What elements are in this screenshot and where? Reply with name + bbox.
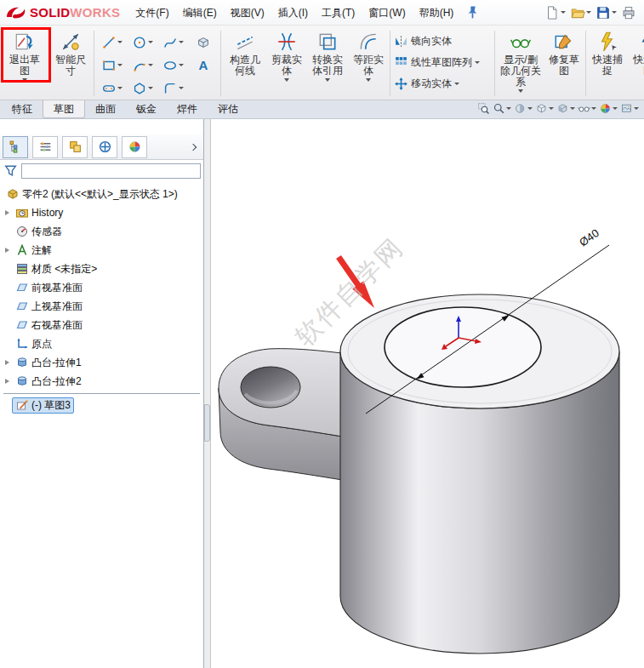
chevron-down-icon[interactable] (454, 83, 459, 85)
quick-snaps-button[interactable]: 快速捕捉 (588, 27, 627, 100)
tree-item-sensors[interactable]: 传感器 (2, 222, 203, 241)
polygon-tool-button[interactable] (127, 77, 157, 100)
chevron-down-icon[interactable] (561, 11, 566, 14)
spline-tool-button[interactable] (157, 31, 188, 54)
display-manager-tab[interactable] (122, 136, 147, 158)
chevron-down-icon[interactable] (527, 107, 533, 110)
fillet-tool-button[interactable] (157, 77, 188, 100)
menu-insert[interactable]: 插入(I) (271, 0, 315, 26)
panel-splitter[interactable] (204, 119, 211, 668)
expand-arrow-icon[interactable] (2, 360, 12, 365)
menu-edit[interactable]: 编辑(E) (176, 0, 224, 26)
construction-geometry-button[interactable]: 构造几何线 (223, 27, 267, 100)
menu-view[interactable]: 视图(V) (224, 0, 271, 26)
pin-menu-icon[interactable] (465, 5, 480, 20)
feature-tree-tab[interactable] (3, 136, 28, 158)
chevron-down-icon[interactable] (586, 11, 591, 14)
tree-item-boss-extrude1[interactable]: 凸台-拉伸1 (2, 353, 203, 372)
chevron-down-icon[interactable] (591, 107, 596, 110)
tab-sketch[interactable]: 草图 (43, 100, 85, 118)
section-view-button[interactable] (514, 102, 533, 115)
text-tool-button[interactable]: A (188, 54, 219, 77)
linear-sketch-pattern-button[interactable]: 线性草图阵列 (392, 55, 493, 70)
chevron-down-icon[interactable] (612, 11, 617, 14)
view-orientation-button[interactable] (535, 102, 554, 115)
save-button[interactable] (595, 4, 618, 21)
model-canvas[interactable]: Ø40 软件自学网 (211, 119, 644, 668)
graphics-area[interactable]: Ø40 软件自学网 (211, 119, 644, 668)
chevron-down-icon[interactable] (179, 87, 184, 89)
chevron-down-icon[interactable] (325, 78, 330, 82)
chevron-down-icon[interactable] (148, 41, 153, 43)
print-button[interactable] (620, 4, 637, 21)
display-delete-relations-button[interactable]: 显示/删除几何关系 (497, 27, 544, 100)
rapid-sketch-button[interactable]: 快速草图 (627, 27, 644, 100)
chevron-down-icon[interactable] (549, 107, 554, 110)
tab-sheetmetal[interactable]: 钣金 (126, 100, 167, 118)
tree-item-sketch3[interactable]: (-) 草图3 (2, 396, 203, 414)
tab-features[interactable]: 特征 (2, 100, 43, 118)
expand-arrow-icon[interactable] (2, 379, 12, 384)
arc-tool-button[interactable] (127, 54, 157, 77)
filter-input[interactable] (21, 163, 201, 179)
ellipse-tool-button[interactable] (157, 54, 188, 77)
tab-surfaces[interactable]: 曲面 (85, 100, 126, 118)
chevron-down-icon[interactable] (613, 107, 618, 110)
tree-item-top-plane[interactable]: 上视基准面 (2, 297, 203, 316)
tree-root[interactable]: 零件2 (默认<<默认>_显示状态 1>) (2, 185, 203, 203)
line-tool-button[interactable] (96, 31, 127, 54)
configuration-manager-tab[interactable] (62, 136, 88, 158)
chevron-down-icon[interactable] (634, 107, 639, 110)
chevron-down-icon[interactable] (117, 41, 123, 43)
circle-tool-button[interactable] (127, 31, 157, 54)
sketch-3d-tool-button[interactable] (188, 31, 219, 54)
move-entities-button[interactable]: 移动实体 (392, 77, 493, 91)
tab-evaluate[interactable]: 评估 (208, 100, 248, 118)
hide-show-items-button[interactable] (578, 102, 596, 115)
chevron-down-icon[interactable] (506, 107, 511, 110)
mirror-entities-button[interactable]: 镜向实体 (392, 34, 493, 49)
chevron-down-icon[interactable] (179, 64, 184, 66)
apply-scene-button[interactable] (620, 102, 639, 115)
zoom-fit-button[interactable] (477, 102, 490, 115)
display-style-button[interactable] (556, 102, 575, 115)
rollback-bar[interactable] (3, 393, 200, 394)
chevron-down-icon[interactable] (148, 87, 153, 89)
chevron-down-icon[interactable] (366, 78, 371, 82)
chevron-down-icon[interactable] (22, 78, 27, 82)
chevron-down-icon[interactable] (284, 78, 289, 82)
tab-weldments[interactable]: 焊件 (167, 100, 208, 118)
convert-entities-button[interactable]: 转换实体引用 (306, 27, 349, 100)
chevron-down-icon[interactable] (518, 89, 523, 93)
tree-item-right-plane[interactable]: 右视基准面 (2, 316, 203, 334)
expand-arrow-icon[interactable] (2, 210, 12, 215)
tree-item-annotations[interactable]: 注解 (2, 241, 203, 260)
tree-item-origin[interactable]: 原点 (2, 334, 203, 353)
sketch-circle[interactable] (385, 307, 541, 387)
edit-appearance-button[interactable] (599, 102, 618, 115)
chevron-down-icon[interactable] (570, 107, 575, 110)
panel-expand-button[interactable] (185, 145, 201, 150)
splitter-handle[interactable] (204, 404, 210, 442)
slot-tool-button[interactable] (96, 77, 127, 100)
offset-entities-button[interactable]: 等距实体 (349, 27, 388, 100)
chevron-down-icon[interactable] (117, 64, 123, 66)
zoom-area-button[interactable] (493, 102, 511, 115)
rectangle-tool-button[interactable] (96, 54, 127, 77)
menu-help[interactable]: 帮助(H) (413, 0, 461, 26)
dimxpert-manager-tab[interactable] (92, 136, 117, 158)
new-document-button[interactable] (544, 4, 567, 21)
repair-sketch-button[interactable]: 修复草图 (544, 27, 584, 100)
tree-item-boss-extrude2[interactable]: 凸台-拉伸2 (2, 372, 203, 391)
exit-sketch-button[interactable]: 退出草图 (0, 27, 49, 100)
open-document-button[interactable] (569, 4, 592, 21)
smart-dimension-button[interactable]: 智能尺寸 (49, 27, 92, 100)
chevron-down-icon[interactable] (148, 64, 153, 66)
tree-item-history[interactable]: History (2, 203, 203, 222)
menu-tools[interactable]: 工具(T) (315, 0, 362, 26)
trim-entities-button[interactable]: 剪裁实体 (267, 27, 306, 100)
property-manager-tab[interactable] (32, 136, 58, 158)
expand-arrow-icon[interactable] (2, 248, 12, 253)
chevron-down-icon[interactable] (117, 87, 123, 89)
menu-window[interactable]: 窗口(W) (362, 0, 412, 26)
